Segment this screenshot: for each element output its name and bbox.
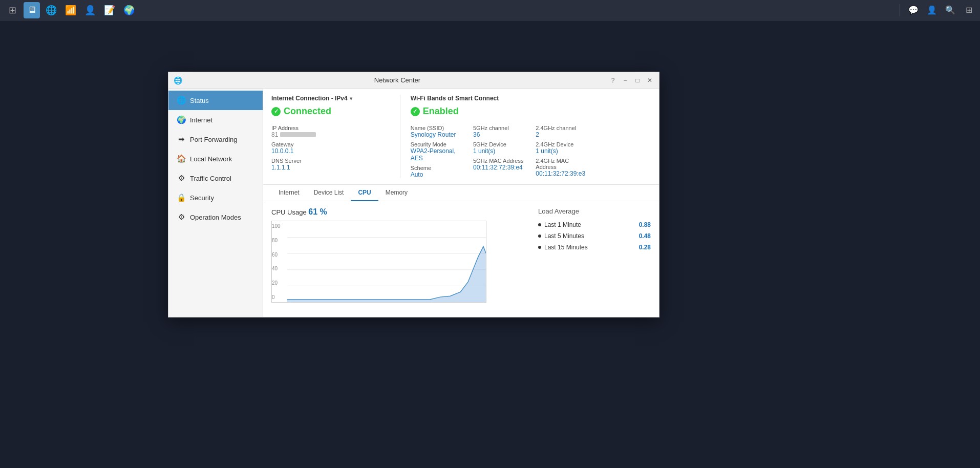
channel-24ghz-value: 2 — [536, 131, 588, 138]
wifi-col-2: 5GHz channel 36 5GHz Device 1 unit(s) 5G… — [473, 122, 525, 178]
security-icon: 🔒 — [177, 193, 186, 202]
window-icon: 🌐 — [173, 75, 183, 86]
wifi-info-grid: Name (SSID) Synology Router Security Mod… — [411, 122, 651, 178]
traffic-control-icon: ⚙ — [177, 174, 186, 183]
help-button[interactable]: ? — [608, 75, 618, 86]
load-value-1: 0.88 — [639, 221, 651, 228]
sidebar-label-port-forwarding: Port Forwarding — [190, 136, 237, 143]
port-forwarding-icon: ➡ — [177, 135, 186, 144]
mac-5ghz-label: 5GHz MAC Address — [473, 158, 525, 164]
load-label-2: Last 5 Minutes — [538, 232, 584, 240]
window-titlebar: 🌐 Network Center ? − □ ✕ — [168, 72, 659, 89]
close-button[interactable]: ✕ — [645, 75, 655, 86]
load-row-1: Last 1 Minute 0.88 — [538, 221, 651, 228]
minimize-button[interactable]: − — [620, 75, 630, 86]
ssid-value: Synology Router — [411, 131, 463, 138]
device-5ghz-value: 1 unit(s) — [473, 147, 525, 155]
sidebar-item-port-forwarding[interactable]: ➡ Port Forwarding — [168, 130, 263, 149]
taskbar: ⊞ 🖥 🌐 📶 👤 📝 🌍 💬 👤 🔍 ⊞ — [0, 0, 980, 20]
taskbar-globe[interactable]: 🌍 — [121, 2, 137, 18]
network-center-window: 🌐 Network Center ? − □ ✕ 🌐 Status 🌍 Inte… — [168, 72, 659, 317]
cpu-svg-chart — [287, 221, 486, 302]
sidebar-item-local-network[interactable]: 🏠 Local Network — [168, 149, 263, 168]
user-icon[interactable]: 👤 — [925, 3, 939, 17]
bullet-2 — [538, 235, 541, 238]
ip-address-value: 81 — [271, 131, 392, 138]
load-label-1: Last 1 Minute — [538, 221, 581, 228]
load-average-title: Load Average — [538, 207, 651, 215]
tab-internet[interactable]: Internet — [271, 185, 307, 201]
scheme-label: Scheme — [411, 165, 463, 171]
device-24ghz-value: 1 unit(s) — [536, 147, 588, 155]
chart-y-labels: 100 80 60 40 20 0 — [272, 221, 287, 302]
dns-value: 1.1.1.1 — [271, 164, 392, 171]
ip-address-label: IP Address — [271, 125, 392, 131]
taskbar-wifi[interactable]: 📶 — [62, 2, 79, 18]
local-network-icon: 🏠 — [177, 154, 186, 163]
load-label-3: Last 15 Minutes — [538, 244, 588, 251]
security-mode-label: Security Mode — [411, 141, 463, 147]
taskbar-notes[interactable]: 📝 — [101, 2, 118, 18]
sidebar-item-status[interactable]: 🌐 Status — [168, 91, 263, 110]
sidebar-label-internet: Internet — [190, 116, 212, 124]
cpu-section: CPU Usage 61 % 100 80 60 40 20 0 — [263, 201, 659, 317]
channel-5ghz-value: 36 — [473, 131, 525, 138]
security-mode-value: WPA2-Personal, AES — [411, 147, 463, 162]
wifi-col-3: 2.4GHz channel 2 2.4GHz Device 1 unit(s)… — [536, 122, 588, 178]
sidebar-item-operation-modes[interactable]: ⚙ Operation Modes — [168, 207, 263, 227]
tabs-bar: Internet Device List CPU Memory — [263, 185, 659, 201]
bullet-1 — [538, 223, 541, 226]
wifi-col-1: Name (SSID) Synology Router Security Mod… — [411, 122, 463, 178]
load-value-2: 0.48 — [639, 232, 651, 240]
taskbar-separator — [900, 4, 900, 16]
taskbar-monitor[interactable]: 🖥 — [24, 2, 40, 18]
gateway-label: Gateway — [271, 141, 392, 147]
tab-device-list[interactable]: Device List — [307, 185, 351, 201]
taskbar-network[interactable]: 🌐 — [43, 2, 59, 18]
sidebar-item-internet[interactable]: 🌍 Internet — [168, 110, 263, 130]
ipv4-dropdown-arrow[interactable]: ▾ — [350, 96, 352, 101]
internet-pane: Internet Connection - IPv4 ▾ ✓ Connected… — [271, 95, 400, 178]
taskbar-app-grid[interactable]: ⊞ — [4, 2, 20, 18]
taskbar-right: 💬 👤 🔍 ⊞ — [898, 3, 976, 17]
taskbar-users[interactable]: 👤 — [82, 2, 98, 18]
channel-5ghz-label: 5GHz channel — [473, 125, 525, 131]
wifi-pane: Wi-Fi Bands of Smart Connect ✓ Enabled N… — [400, 95, 651, 178]
mac-24ghz-value: 00:11:32:72:39:e3 — [536, 170, 588, 177]
cpu-percent: 61 % — [308, 207, 327, 216]
load-row-2: Last 5 Minutes 0.48 — [538, 232, 651, 240]
grid-icon[interactable]: ⊞ — [962, 3, 976, 17]
tab-memory[interactable]: Memory — [378, 185, 415, 201]
wifi-status: ✓ Enabled — [411, 106, 651, 117]
cpu-chart: 100 80 60 40 20 0 — [271, 221, 486, 303]
load-value-3: 0.28 — [639, 244, 651, 251]
tab-cpu[interactable]: CPU — [351, 185, 378, 201]
mac-5ghz-value: 00:11:32:72:39:e4 — [473, 164, 525, 171]
sidebar-label-operation-modes: Operation Modes — [190, 214, 241, 221]
window-title: Network Center — [187, 76, 608, 84]
sidebar: 🌐 Status 🌍 Internet ➡ Port Forwarding 🏠 … — [168, 89, 263, 317]
device-5ghz-label: 5GHz Device — [473, 141, 525, 147]
cpu-title: CPU Usage 61 % — [271, 207, 528, 217]
window-body: 🌐 Status 🌍 Internet ➡ Port Forwarding 🏠 … — [168, 89, 659, 317]
load-average-area: Load Average Last 1 Minute 0.88 Last 5 M… — [528, 207, 651, 311]
internet-pane-title: Internet Connection - IPv4 ▾ — [271, 95, 392, 102]
dns-label: DNS Server — [271, 158, 392, 164]
load-row-3: Last 15 Minutes 0.28 — [538, 244, 651, 251]
chat-icon[interactable]: 💬 — [906, 3, 921, 17]
taskbar-icons: ⊞ 🖥 🌐 📶 👤 📝 🌍 — [4, 2, 137, 18]
sidebar-item-traffic-control[interactable]: ⚙ Traffic Control — [168, 168, 263, 188]
device-24ghz-label: 2.4GHz Device — [536, 141, 588, 147]
status-icon: 🌐 — [177, 96, 186, 105]
internet-info-grid: IP Address 81 Gateway 10.0.0.1 DNS Serve… — [271, 122, 392, 171]
gateway-value: 10.0.0.1 — [271, 147, 392, 155]
scheme-value: Auto — [411, 171, 463, 178]
wifi-pane-title: Wi-Fi Bands of Smart Connect — [411, 95, 651, 102]
sidebar-label-traffic-control: Traffic Control — [190, 175, 231, 182]
maximize-button[interactable]: □ — [632, 75, 643, 86]
sidebar-item-security[interactable]: 🔒 Security — [168, 188, 263, 207]
search-icon[interactable]: 🔍 — [943, 3, 957, 17]
enabled-check-icon: ✓ — [411, 107, 420, 116]
top-section: Internet Connection - IPv4 ▾ ✓ Connected… — [263, 89, 659, 185]
mac-24ghz-label: 2.4GHz MAC Address — [536, 158, 588, 170]
